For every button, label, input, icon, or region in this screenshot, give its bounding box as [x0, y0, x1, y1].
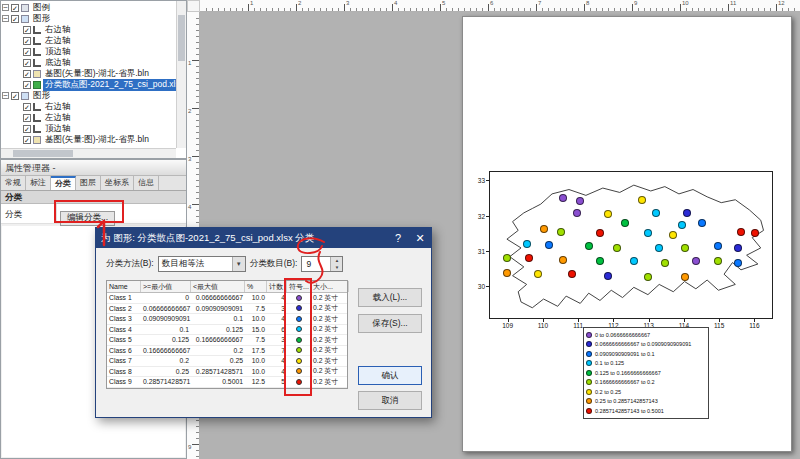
y-tick-label: 31: [478, 247, 485, 254]
table-row[interactable]: Class 80.250.2857142857110.040.2 英寸: [107, 367, 347, 378]
legend-entry: 0.1666666666667 to 0.2: [586, 378, 706, 388]
tree-item[interactable]: ✓顶边轴: [1, 46, 176, 57]
class-name-cell: Class 3: [107, 315, 141, 322]
ruler-tick: [746, 8, 747, 11]
tree-horizontal-scrollbar[interactable]: [1, 148, 176, 158]
tab-图层[interactable]: 图层: [76, 176, 101, 190]
indent-spacer: [14, 103, 21, 110]
expander-icon[interactable]: −: [2, 15, 9, 22]
axis-icon: [33, 103, 41, 111]
checkbox[interactable]: ✓: [23, 59, 31, 67]
tree-item[interactable]: ✓底边轴: [1, 57, 176, 68]
ok-button[interactable]: 确认: [358, 366, 422, 385]
column-header[interactable]: 符号...: [287, 281, 311, 292]
checkbox[interactable]: ✓: [23, 37, 31, 45]
method-dropdown[interactable]: 数目相等法 ▼: [158, 256, 246, 272]
checkbox[interactable]: ✓: [23, 81, 31, 89]
close-icon[interactable]: ✕: [409, 228, 431, 248]
max-value-cell: 0.25: [191, 357, 245, 364]
checkbox[interactable]: ✓: [23, 125, 31, 133]
help-icon[interactable]: ?: [387, 228, 409, 248]
ruler-tick: [278, 8, 279, 11]
ruler-tick: [764, 8, 765, 11]
class-count-spinner[interactable]: 9 ▲▼: [301, 256, 343, 272]
table-row[interactable]: Class 20.066666666670.090909090917.530.2…: [107, 304, 347, 315]
tree-item[interactable]: ✓分类散点图-2021_2_75_csi_pod.xlsx: [1, 79, 176, 90]
tree-vertical-scrollbar[interactable]: [176, 1, 186, 148]
size-cell: 0.2 英寸: [311, 335, 349, 345]
checkbox[interactable]: ✓: [23, 114, 31, 122]
scatter-point: [678, 221, 686, 229]
checkbox[interactable]: ✓: [11, 15, 19, 23]
tree-item[interactable]: ✓基图(矢量:图)-湖北-省界.bln: [1, 134, 176, 145]
post-icon: [33, 81, 41, 89]
checkbox[interactable]: ✓: [11, 4, 19, 12]
legend-entries: 0 to 0.06666666666670.0666666666667 to 0…: [586, 330, 706, 416]
ruler-tick: [314, 8, 315, 11]
tree-item[interactable]: −✓图例: [1, 2, 176, 13]
checkbox[interactable]: ✓: [23, 70, 31, 78]
tree-item[interactable]: −✓图形: [1, 90, 176, 101]
count-cell: 4: [267, 368, 287, 375]
ruler-tick: [428, 8, 429, 11]
tree-item[interactable]: −✓图形: [1, 13, 176, 24]
symbol-cell: [287, 337, 311, 343]
checkbox[interactable]: ✓: [23, 103, 31, 111]
ruler-tick: [476, 8, 477, 11]
ruler-tick: [192, 444, 199, 445]
legend-entry: 0.1 to 0.125: [586, 359, 706, 369]
column-header[interactable]: <最大值: [191, 281, 245, 292]
table-row[interactable]: Class 60.166666666670.217.570.2 英寸: [107, 346, 347, 357]
ruler-tick: [512, 8, 513, 11]
column-header[interactable]: 大小...: [311, 281, 349, 292]
ruler-tick: [482, 8, 483, 11]
tab-常规[interactable]: 常规: [1, 176, 26, 190]
checkbox[interactable]: ✓: [11, 92, 19, 100]
spin-down-icon[interactable]: ▼: [331, 264, 342, 271]
checkbox[interactable]: ✓: [23, 26, 31, 34]
column-header[interactable]: 计数: [267, 281, 287, 292]
tree-item[interactable]: ✓顶边轴: [1, 123, 176, 134]
tree-item[interactable]: ✓左边轴: [1, 112, 176, 123]
dialog-titlebar[interactable]: 为 图形: 分类散点图-2021_2_75_csi_pod.xlsx 分类 ? …: [96, 228, 431, 248]
expander-icon[interactable]: −: [2, 4, 9, 11]
scrollbar-thumb[interactable]: [178, 15, 185, 61]
table-row[interactable]: Class 100.0666666666710.040.2 英寸: [107, 293, 347, 304]
table-row[interactable]: Class 70.20.2510.040.2 英寸: [107, 356, 347, 367]
legend-entry: 0.25 to 0.2857142857143: [586, 397, 706, 407]
percent-cell: 10.0: [245, 357, 267, 364]
column-header[interactable]: %: [245, 281, 267, 292]
scrollbar-thumb[interactable]: [13, 150, 73, 157]
expander-icon[interactable]: −: [2, 92, 9, 99]
tab-信息[interactable]: 信息: [134, 176, 159, 190]
checkbox[interactable]: ✓: [23, 48, 31, 56]
spin-up-icon[interactable]: ▲: [331, 257, 342, 264]
tab-标注[interactable]: 标注: [26, 176, 51, 190]
tab-坐标系[interactable]: 坐标系: [101, 176, 134, 190]
ruler-tick: [674, 8, 675, 11]
ruler-tick: [350, 8, 351, 11]
edit-classification-button[interactable]: 编辑分类...: [60, 211, 115, 226]
ruler-tick: [398, 8, 399, 11]
page[interactable]: 109110111112113114115116 33323130 0 to 0…: [462, 16, 792, 452]
ruler-tick: [494, 8, 495, 11]
column-header[interactable]: >=最小值: [141, 281, 191, 292]
tree-item[interactable]: ✓左边轴: [1, 35, 176, 46]
checkbox[interactable]: ✓: [23, 136, 31, 144]
percent-cell: 15.0: [245, 326, 267, 333]
tree-item[interactable]: ✓右边轴: [1, 24, 176, 35]
cancel-button[interactable]: 取消: [358, 391, 422, 410]
column-header[interactable]: Name: [107, 281, 141, 292]
class-name-cell: Class 8: [107, 368, 141, 375]
save-button[interactable]: 保存(S)...: [358, 314, 422, 333]
tree-item[interactable]: ✓右边轴: [1, 101, 176, 112]
table-row[interactable]: Class 50.1250.166666666677.530.2 英寸: [107, 335, 347, 346]
axis-icon: [33, 48, 41, 56]
tab-分类[interactable]: 分类: [51, 176, 76, 190]
table-row[interactable]: Class 30.090909090910.110.040.2 英寸: [107, 314, 347, 325]
load-button[interactable]: 载入(L)...: [358, 288, 422, 307]
table-row[interactable]: Class 90.285714285710.500112.550.2 英寸: [107, 377, 347, 388]
table-row[interactable]: Class 40.10.12515.060.2 英寸: [107, 325, 347, 336]
scatter-point: [734, 244, 742, 252]
tree-item[interactable]: ✓基图(矢量:图)-湖北-省界.bln: [1, 68, 176, 79]
